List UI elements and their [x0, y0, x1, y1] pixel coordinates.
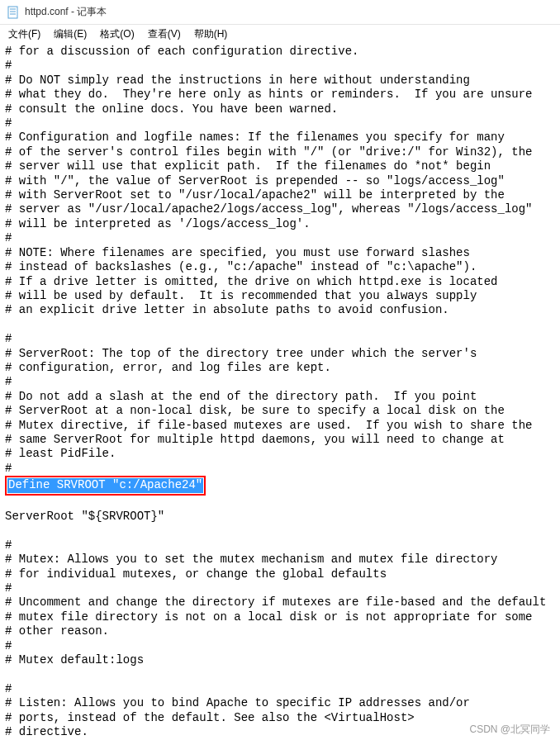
notepad-icon	[7, 6, 20, 19]
menu-edit[interactable]: 编辑(E)	[49, 26, 92, 43]
menu-file[interactable]: 文件(F)	[3, 26, 45, 43]
highlight-box: Define SRVROOT "c:/Apache24"	[5, 476, 206, 495]
menu-format[interactable]: 格式(O)	[95, 26, 139, 43]
editor-content[interactable]: # for a discussion of each configuration…	[0, 43, 560, 740]
selected-text: Define SRVROOT "c:/Apache24"	[7, 478, 203, 492]
text-block-1: # for a discussion of each configuration…	[5, 45, 533, 475]
window-titlebar: httpd.conf - 记事本	[0, 0, 560, 25]
window-title: httpd.conf - 记事本	[25, 5, 107, 19]
text-block-2: ServerRoot "${SRVROOT}" # # Mutex: Allow…	[5, 510, 546, 740]
menubar: 文件(F) 编辑(E) 格式(O) 查看(V) 帮助(H)	[0, 25, 560, 43]
menu-help[interactable]: 帮助(H)	[189, 26, 233, 43]
watermark: CSDN @北冥同学	[469, 723, 550, 737]
svg-rect-0	[8, 7, 17, 18]
menu-view[interactable]: 查看(V)	[143, 26, 186, 43]
